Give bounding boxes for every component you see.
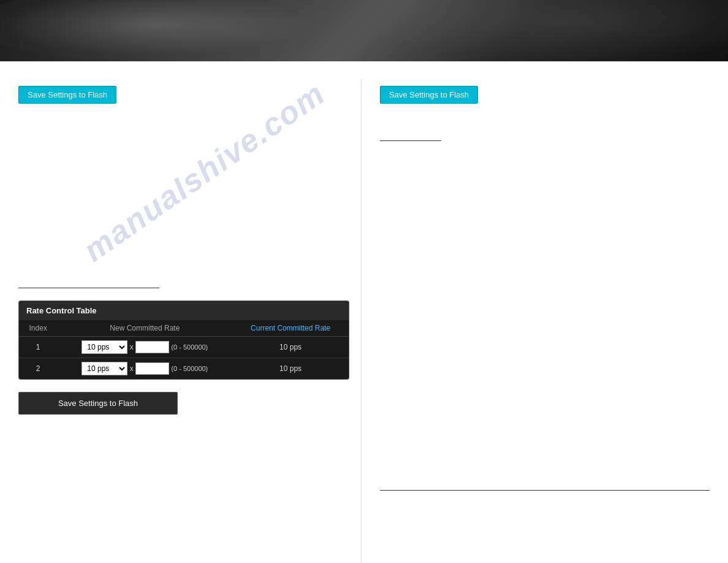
- table-row: 2 10 pps 100 pps 1000 pps x (0: [19, 358, 349, 380]
- bottom-save-area: Save Settings to Flash: [18, 392, 343, 415]
- row1-range: (0 - 500000): [171, 343, 208, 351]
- right-panel-bottom-divider: [380, 490, 710, 491]
- col-index: Index: [19, 320, 57, 337]
- header-banner: [0, 0, 728, 61]
- col-current-committed: Current Committed Rate: [232, 320, 349, 337]
- left-save-bottom-button[interactable]: Save Settings to Flash: [18, 392, 178, 415]
- rate-control-table: Index New Committed Rate Current Committ…: [19, 320, 349, 379]
- row1-multiply: x: [130, 343, 134, 351]
- rate-control-section: Rate Control Table Index New Committed R…: [18, 301, 343, 380]
- row2-index: 2: [19, 358, 57, 380]
- left-panel: Save Settings to Flash Rate Control Tabl…: [0, 80, 362, 563]
- row1-rate-input[interactable]: [135, 341, 169, 353]
- row2-range: (0 - 500000): [171, 365, 208, 372]
- right-panel: Save Settings to Flash: [362, 80, 728, 563]
- row1-rate-select[interactable]: 10 pps 100 pps 1000 pps: [82, 340, 127, 354]
- right-panel-top-divider: [380, 140, 441, 141]
- row2-multiply: x: [130, 364, 134, 373]
- row2-rate-select[interactable]: 10 pps 100 pps 1000 pps: [82, 362, 127, 375]
- left-panel-divider: [18, 288, 159, 288]
- right-save-top-button[interactable]: Save Settings to Flash: [380, 86, 478, 104]
- row2-new-rate: 10 pps 100 pps 1000 pps x (0 - 500000): [57, 358, 232, 380]
- table-row: 1 10 pps 100 pps 1000 pps x (0: [19, 337, 349, 358]
- rate-table-title: Rate Control Table: [19, 301, 349, 320]
- col-new-committed: New Committed Rate: [57, 320, 232, 337]
- row2-rate-input[interactable]: [135, 362, 169, 375]
- row1-current: 10 pps: [232, 337, 349, 358]
- rate-table-wrapper: Rate Control Table Index New Committed R…: [18, 301, 349, 380]
- left-save-top-button[interactable]: Save Settings to Flash: [18, 86, 116, 104]
- row2-current: 10 pps: [232, 358, 349, 380]
- row1-new-rate: 10 pps 100 pps 1000 pps x (0 - 500000): [57, 337, 232, 358]
- row1-index: 1: [19, 337, 57, 358]
